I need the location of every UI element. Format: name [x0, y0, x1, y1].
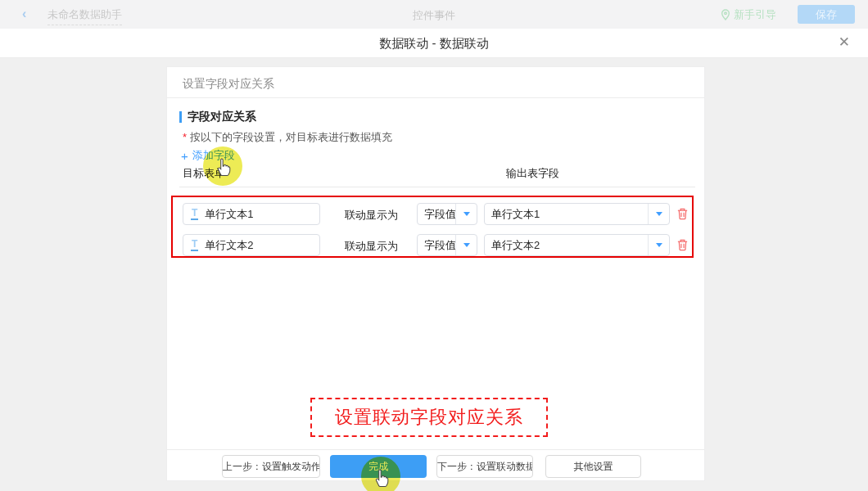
- target-field-input[interactable]: T 单行文本1: [183, 203, 320, 225]
- mapping-row: T 单行文本1 联动显示为 字段值 单行文本1: [173, 203, 692, 225]
- guide-pin-icon: [721, 9, 730, 20]
- save-button[interactable]: 保存: [798, 5, 855, 24]
- text-field-type-icon: T: [191, 208, 198, 220]
- target-field-value: 单行文本2: [205, 238, 253, 253]
- output-field-value: 单行文本2: [485, 235, 648, 255]
- output-field-value: 单行文本1: [485, 204, 648, 224]
- caret-down-icon: [455, 204, 477, 224]
- field-mapping-panel: 设置字段对应关系 字段对应关系 *按以下的字段设置，对目标表进行数据填充 + 添…: [166, 66, 705, 481]
- document-title[interactable]: 未命名数据助手: [47, 7, 122, 25]
- annotation-callout: 设置联动字段对应关系: [310, 398, 548, 437]
- instruction-text: *按以下的字段设置，对目标表进行数据填充: [183, 130, 392, 145]
- caret-down-icon: [648, 204, 669, 224]
- modal-title: 数据联动 - 数据联动: [0, 36, 868, 52]
- mode-select-value: 字段值: [418, 235, 455, 255]
- mode-select[interactable]: 字段值: [417, 234, 477, 256]
- target-field-input[interactable]: T 单行文本2: [183, 234, 320, 256]
- mapping-row: T 单行文本2 联动显示为 字段值 单行文本2: [173, 234, 692, 256]
- other-settings-button[interactable]: 其他设置: [545, 455, 641, 478]
- trash-icon: [676, 207, 689, 220]
- text-field-type-icon: T: [191, 239, 198, 251]
- relation-label: 联动显示为: [345, 239, 398, 254]
- caret-down-icon: [648, 235, 669, 255]
- plus-icon: +: [181, 150, 188, 162]
- mode-select-value: 字段值: [418, 204, 455, 224]
- section-title-text: 字段对应关系: [188, 110, 256, 124]
- caret-down-icon: [455, 235, 477, 255]
- panel-header: 设置字段对应关系: [167, 67, 704, 98]
- footer-divider: [167, 449, 704, 450]
- target-field-value: 单行文本1: [205, 207, 253, 222]
- instruction-label: 按以下的字段设置，对目标表进行数据填充: [190, 131, 392, 143]
- mapping-rows-highlight-box: T 单行文本1 联动显示为 字段值 单行文本1: [171, 196, 694, 258]
- column-header-target-form: 目标表单: [183, 166, 225, 181]
- add-field-label: 添加字段: [192, 148, 235, 163]
- top-bar: ‹ 未命名数据助手 控件事件 新手引导 保存: [0, 0, 868, 29]
- guide-label: 新手引导: [734, 7, 776, 22]
- column-header-divider: [179, 187, 695, 187]
- output-field-select[interactable]: 单行文本1: [484, 203, 670, 225]
- output-field-select[interactable]: 单行文本2: [484, 234, 670, 256]
- modal-header: 数据联动 - 数据联动 ✕: [0, 29, 868, 58]
- trash-icon: [676, 238, 689, 251]
- section-marker: [179, 111, 182, 123]
- relation-label: 联动显示为: [345, 208, 398, 223]
- close-icon[interactable]: ✕: [839, 35, 850, 49]
- beginner-guide-button[interactable]: 新手引导: [721, 7, 776, 22]
- app-window: ‹ 未命名数据助手 控件事件 新手引导 保存 数据联动 - 数据联动 ✕ 设置字…: [0, 0, 868, 491]
- next-step-button[interactable]: 下一步：设置联动数据: [436, 455, 533, 478]
- section-title: 字段对应关系: [179, 110, 256, 124]
- back-icon[interactable]: ‹: [22, 7, 26, 21]
- delete-row-button[interactable]: [676, 238, 689, 252]
- done-button[interactable]: 完成: [330, 455, 427, 478]
- mode-select[interactable]: 字段值: [417, 203, 477, 225]
- prev-step-button[interactable]: 上一步：设置触发动作: [222, 455, 320, 478]
- delete-row-button[interactable]: [676, 207, 689, 221]
- column-header-output-fields: 输出表字段: [506, 166, 559, 181]
- add-field-link[interactable]: + 添加字段: [181, 148, 235, 163]
- modal-body: 设置字段对应关系 字段对应关系 *按以下的字段设置，对目标表进行数据填充 + 添…: [0, 58, 868, 491]
- required-mark: *: [183, 131, 187, 143]
